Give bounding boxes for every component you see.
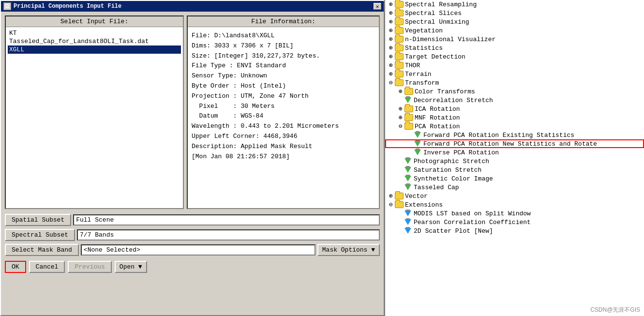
spatial-subset-button[interactable]: Spatial Subset bbox=[5, 214, 71, 226]
action-row: OK Cancel Previous Open ▼ bbox=[5, 259, 380, 273]
tree-node[interactable]: ⊕Vector bbox=[385, 192, 644, 200]
folder-icon bbox=[395, 79, 404, 86]
title-bar-left: 🖼 Principal Components Input File bbox=[3, 2, 121, 10]
tree-node[interactable]: ⊕n-Dimensional Visualizer bbox=[385, 35, 644, 44]
tree-node[interactable]: ⊕Target Detection bbox=[385, 52, 644, 61]
expand-icon[interactable]: ⊖ bbox=[387, 79, 395, 87]
file-list-container[interactable]: KT Tasseled_Cap_for_Landsat8OLI_Task.dat… bbox=[6, 27, 183, 208]
tree-node[interactable]: ⊕Spectral Unmixing bbox=[385, 17, 644, 26]
folder-icon bbox=[395, 62, 404, 69]
expand-icon[interactable]: ⊖ bbox=[397, 122, 404, 130]
expand-icon[interactable]: ⊕ bbox=[397, 105, 404, 113]
open-button[interactable]: Open ▼ bbox=[115, 261, 147, 273]
folder-icon bbox=[404, 114, 413, 121]
spectral-subset-value: 7/7 Bands bbox=[77, 229, 380, 241]
svg-marker-4 bbox=[414, 141, 421, 147]
mask-options-button[interactable]: Mask Options ▼ bbox=[317, 244, 380, 256]
previous-button[interactable]: Previous bbox=[68, 261, 111, 273]
expand-icon[interactable]: ⊖ bbox=[387, 201, 395, 209]
tree-panel[interactable]: ⊕Spectral Resampling⊕Spectral Slices⊕Spe… bbox=[385, 0, 644, 316]
close-button[interactable]: ✕ bbox=[374, 3, 381, 10]
cancel-button[interactable]: Cancel bbox=[29, 261, 65, 273]
expand-icon[interactable]: ⊕ bbox=[387, 53, 395, 60]
tree-node[interactable]: Pearson Correlation Coefficient bbox=[385, 218, 644, 226]
expand-icon[interactable]: ⊕ bbox=[387, 61, 395, 69]
tree-node[interactable]: Tasseled Cap bbox=[385, 183, 644, 192]
spectral-subset-button[interactable]: Spectral Subset bbox=[5, 229, 75, 241]
node-label: Target Detection bbox=[405, 53, 465, 60]
svg-rect-9 bbox=[406, 157, 410, 159]
folder-icon bbox=[395, 27, 404, 34]
title-bar: 🖼 Principal Components Input File ✕ bbox=[1, 1, 384, 12]
node-label: Extensions bbox=[405, 201, 443, 209]
expand-icon[interactable]: ⊕ bbox=[387, 18, 395, 26]
file-info-text: File: D:\landsat8\XGLL Dims: 3033 x 7306… bbox=[190, 29, 377, 164]
tree-node[interactable]: ⊕Spectral Slices bbox=[385, 9, 644, 17]
node-label: Statistics bbox=[405, 45, 443, 52]
input-file-header: Select Input File: bbox=[6, 16, 183, 27]
tree-node[interactable]: ⊖PCA Rotation bbox=[385, 122, 644, 131]
tree-node[interactable]: Inverse PCA Rotation bbox=[385, 148, 644, 157]
file-info-panel: File Information: File: D:\landsat8\XGLL… bbox=[187, 15, 380, 209]
svg-rect-17 bbox=[406, 210, 410, 211]
input-file-panel: Select Input File: KT Tasseled_Cap_for_L… bbox=[5, 15, 184, 209]
svg-marker-2 bbox=[414, 132, 421, 138]
tree-node[interactable]: Photographic Stretch bbox=[385, 157, 644, 166]
folder-icon bbox=[395, 1, 404, 8]
tree-node[interactable]: ⊕ICA Rotation bbox=[385, 105, 644, 113]
folder-icon bbox=[404, 123, 413, 130]
node-label: MNF Rotation bbox=[415, 114, 460, 121]
expand-icon[interactable]: ⊕ bbox=[387, 0, 395, 8]
tree-node[interactable]: Forward PCA Rotation New Statistics and … bbox=[385, 139, 644, 148]
expand-icon[interactable]: ⊕ bbox=[397, 88, 404, 95]
tree-node[interactable]: Forward PCA Rotation Existing Statistics bbox=[385, 131, 644, 139]
folder-icon bbox=[395, 53, 404, 60]
svg-marker-16 bbox=[404, 211, 411, 216]
node-label: Spectral Slices bbox=[405, 10, 462, 17]
node-label: Saturation Stretch bbox=[414, 166, 481, 174]
tree-node[interactable]: 2D Scatter Plot [New] bbox=[385, 226, 644, 235]
ok-button[interactable]: OK bbox=[5, 261, 26, 273]
expand-icon[interactable]: ⊕ bbox=[387, 27, 395, 34]
folder-icon bbox=[395, 71, 404, 77]
tree-node[interactable]: ⊕Vegetation bbox=[385, 26, 644, 35]
expand-icon[interactable]: ⊕ bbox=[387, 70, 395, 78]
expand-icon[interactable]: ⊕ bbox=[387, 35, 395, 43]
node-label: Color Transforms bbox=[415, 88, 475, 95]
tree-node[interactable]: ⊕THOR bbox=[385, 61, 644, 70]
expand-icon[interactable]: ⊕ bbox=[387, 9, 395, 17]
dialog-icon: 🖼 bbox=[3, 2, 11, 10]
tree-node[interactable]: ⊕Spectral Resampling bbox=[385, 0, 644, 9]
file-info-header: File Information: bbox=[188, 16, 379, 27]
svg-rect-15 bbox=[406, 183, 410, 185]
mask-band-value: <None Selected> bbox=[81, 244, 315, 256]
expand-icon[interactable]: ⊕ bbox=[387, 192, 395, 200]
tree-node[interactable]: Decorrelation Stretch bbox=[385, 96, 644, 105]
node-label: Spectral Unmixing bbox=[405, 18, 469, 26]
node-label: Terrain bbox=[405, 71, 432, 78]
select-mask-band-button[interactable]: Select Mask Band bbox=[5, 244, 79, 256]
ext-tool-icon bbox=[404, 210, 412, 217]
tree-node[interactable]: ⊕Statistics bbox=[385, 44, 644, 52]
svg-rect-19 bbox=[406, 218, 410, 220]
node-label: Vegetation bbox=[405, 27, 443, 34]
tree-node[interactable]: ⊖Extensions bbox=[385, 200, 644, 209]
tree-node[interactable]: ⊕Color Transforms bbox=[385, 87, 644, 96]
top-panels: Select Input File: KT Tasseled_Cap_for_L… bbox=[5, 15, 380, 209]
file-item-tasseled[interactable]: Tasseled_Cap_for_Landsat8OLI_Task.dat bbox=[8, 37, 181, 45]
node-label: Forward PCA Rotation New Statistics and … bbox=[423, 140, 597, 148]
file-item-xgll[interactable]: XGLL bbox=[8, 45, 181, 54]
spatial-subset-value: Full Scene bbox=[73, 214, 380, 226]
tree-node[interactable]: ⊕Terrain bbox=[385, 70, 644, 78]
tree-node[interactable]: MODIS LST based on Split Window bbox=[385, 209, 644, 218]
tree-node[interactable]: ⊖Transform bbox=[385, 78, 644, 87]
expand-icon[interactable]: ⊕ bbox=[387, 44, 395, 52]
svg-marker-8 bbox=[404, 158, 411, 164]
tree-node[interactable]: Synthetic Color Image bbox=[385, 174, 644, 183]
tree-node[interactable]: ⊕MNF Rotation bbox=[385, 113, 644, 122]
tree-node[interactable]: Saturation Stretch bbox=[385, 166, 644, 174]
expand-icon[interactable]: ⊕ bbox=[397, 114, 404, 121]
file-item-kt[interactable]: KT bbox=[8, 29, 181, 37]
folder-icon bbox=[395, 18, 404, 25]
svg-marker-20 bbox=[404, 228, 411, 234]
